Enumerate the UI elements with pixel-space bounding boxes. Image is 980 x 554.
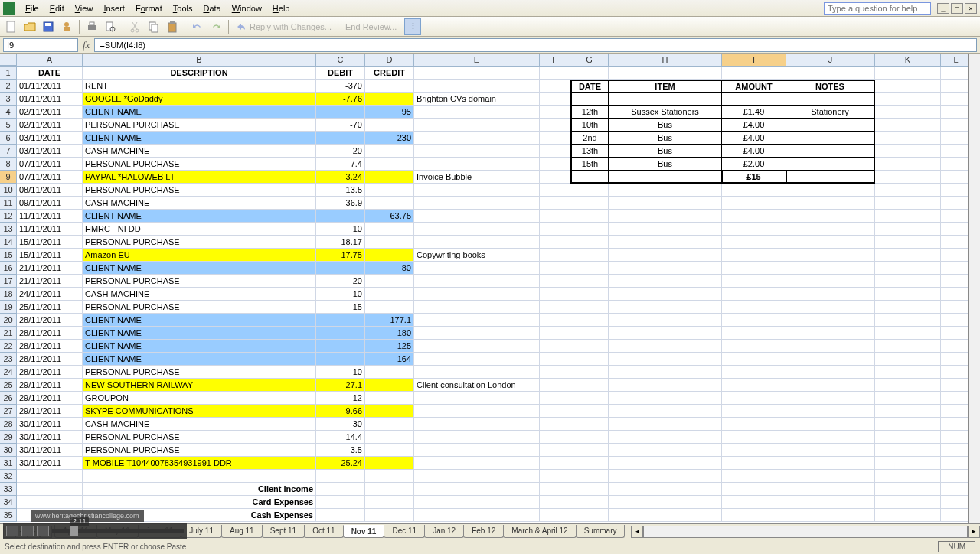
- cell[interactable]: -370: [316, 80, 365, 93]
- print-preview-icon[interactable]: [102, 18, 119, 35]
- restore-button[interactable]: □: [951, 3, 963, 14]
- cell[interactable]: [786, 184, 875, 197]
- cell[interactable]: [875, 132, 941, 145]
- cell[interactable]: 07/11/2011: [17, 171, 83, 184]
- cell[interactable]: -15: [316, 301, 365, 314]
- row-header[interactable]: 32: [0, 470, 17, 483]
- cell[interactable]: [609, 431, 722, 444]
- col-header-K[interactable]: K: [875, 54, 941, 66]
- cell[interactable]: [365, 184, 414, 197]
- undo-icon[interactable]: [189, 18, 206, 35]
- cell[interactable]: [786, 158, 875, 171]
- cell[interactable]: [941, 301, 972, 314]
- row-header[interactable]: 19: [0, 301, 17, 314]
- cut-icon[interactable]: [127, 18, 144, 35]
- cell[interactable]: [414, 197, 540, 210]
- cell[interactable]: [875, 249, 941, 262]
- cell[interactable]: [365, 197, 414, 210]
- cell[interactable]: 30/11/2011: [17, 431, 83, 444]
- cell[interactable]: SKYPE COMMUNICATIONS: [83, 405, 316, 418]
- cell[interactable]: Stationery: [786, 106, 875, 119]
- cell[interactable]: [786, 327, 875, 340]
- cell[interactable]: CASH MACHINE: [83, 145, 316, 158]
- cell[interactable]: [609, 392, 722, 405]
- cell[interactable]: [722, 405, 786, 418]
- row-header[interactable]: 9: [0, 171, 17, 184]
- cell[interactable]: [722, 275, 786, 288]
- cell[interactable]: [540, 379, 570, 392]
- cell[interactable]: [570, 327, 609, 340]
- cell[interactable]: -13.5: [316, 184, 365, 197]
- cell[interactable]: [941, 132, 972, 145]
- cell[interactable]: [609, 288, 722, 301]
- row-header[interactable]: 18: [0, 288, 17, 301]
- cell[interactable]: [941, 444, 972, 457]
- cell[interactable]: [540, 197, 570, 210]
- cell[interactable]: [941, 197, 972, 210]
- cell[interactable]: -9.66: [316, 405, 365, 418]
- cell[interactable]: 230: [365, 132, 414, 145]
- cell[interactable]: GROUPON: [83, 392, 316, 405]
- cell[interactable]: 21/11/2011: [17, 262, 83, 275]
- cell[interactable]: [570, 353, 609, 366]
- cell[interactable]: £2.00: [722, 158, 786, 171]
- cell[interactable]: [786, 431, 875, 444]
- cell[interactable]: [941, 353, 972, 366]
- cell[interactable]: 30/11/2011: [17, 444, 83, 457]
- player-prev-icon[interactable]: [6, 526, 18, 536]
- cell[interactable]: [722, 301, 786, 314]
- row-header[interactable]: 16: [0, 262, 17, 275]
- sheet-tab[interactable]: Feb 12: [463, 525, 504, 538]
- cell[interactable]: Sussex Stationers: [609, 106, 722, 119]
- cell[interactable]: -14.4: [316, 431, 365, 444]
- cell[interactable]: [875, 288, 941, 301]
- cell[interactable]: [540, 145, 570, 158]
- cell[interactable]: [609, 314, 722, 327]
- cell[interactable]: 15/11/2011: [17, 236, 83, 249]
- cell[interactable]: [722, 340, 786, 353]
- cell[interactable]: [316, 327, 365, 340]
- cell[interactable]: [365, 457, 414, 470]
- cell[interactable]: 12th: [570, 106, 609, 119]
- cell[interactable]: GOOGLE *GoDaddy: [83, 93, 316, 106]
- cell[interactable]: [540, 301, 570, 314]
- cell[interactable]: [941, 457, 972, 470]
- cell[interactable]: [570, 444, 609, 457]
- cell[interactable]: [875, 431, 941, 444]
- cell[interactable]: [722, 431, 786, 444]
- cell[interactable]: [540, 457, 570, 470]
- cell[interactable]: [414, 392, 540, 405]
- cell[interactable]: [941, 67, 972, 80]
- cell[interactable]: [941, 392, 972, 405]
- cell[interactable]: [786, 353, 875, 366]
- cell[interactable]: -10: [316, 288, 365, 301]
- cell[interactable]: 03/11/2011: [17, 132, 83, 145]
- cell[interactable]: [786, 392, 875, 405]
- cell[interactable]: 180: [365, 327, 414, 340]
- cell[interactable]: [722, 379, 786, 392]
- cell[interactable]: [570, 184, 609, 197]
- cell[interactable]: 02/11/2011: [17, 106, 83, 119]
- cell[interactable]: [540, 132, 570, 145]
- cell[interactable]: [941, 431, 972, 444]
- menu-help[interactable]: Help: [267, 2, 296, 15]
- row-header[interactable]: 10: [0, 184, 17, 197]
- cell[interactable]: [609, 236, 722, 249]
- cell[interactable]: [414, 327, 540, 340]
- cell[interactable]: [609, 353, 722, 366]
- cell[interactable]: [540, 353, 570, 366]
- cell[interactable]: 28/11/2011: [17, 353, 83, 366]
- cell[interactable]: [414, 288, 540, 301]
- menu-insert[interactable]: Insert: [98, 2, 130, 15]
- cell[interactable]: [722, 236, 786, 249]
- cell[interactable]: 01/11/2011: [17, 80, 83, 93]
- cell[interactable]: DESCRIPTION: [83, 67, 316, 80]
- cell[interactable]: [570, 457, 609, 470]
- permission-icon[interactable]: [58, 18, 75, 35]
- cell[interactable]: [414, 158, 540, 171]
- cell[interactable]: [414, 340, 540, 353]
- cell[interactable]: [540, 418, 570, 431]
- menu-window[interactable]: Window: [227, 2, 267, 15]
- menu-file[interactable]: FFileile: [20, 2, 44, 15]
- sheet-tab[interactable]: Nov 11: [343, 525, 385, 538]
